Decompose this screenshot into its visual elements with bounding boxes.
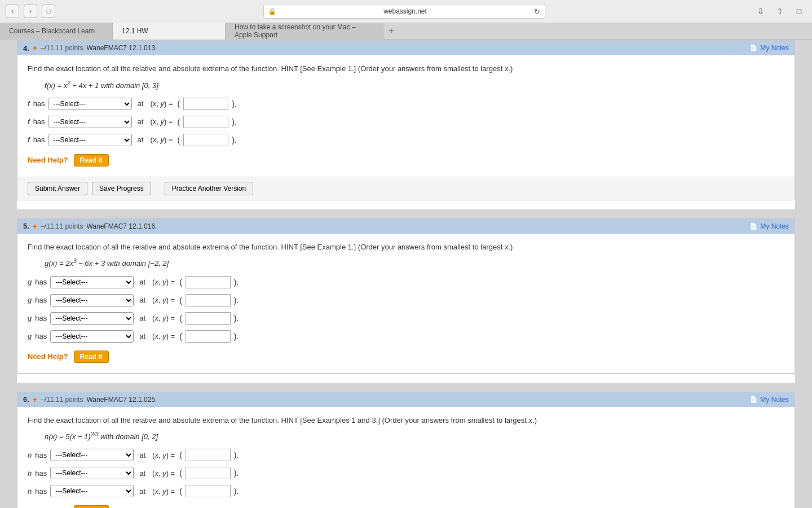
q5-row2-at: at (139, 296, 145, 304)
browser-toolbar: ‹ › □ 🔒 webassign.net ↻ ⇩ ⇧ □ (0, 0, 812, 23)
q6-row2-close: ). (234, 468, 239, 478)
question-4-block: 4. + –/11.11 points WaneFMAC7 12.1.013. … (17, 40, 795, 200)
tab-hw-label: 12.1 HW (122, 27, 148, 35)
tab-overview-button[interactable]: □ (42, 5, 55, 18)
q5-row1-xy: (x, y) = (152, 278, 175, 286)
row3-at: at (138, 135, 144, 144)
q5-row3-input[interactable] (186, 312, 231, 325)
url-bar[interactable]: 🔒 webassign.net ↻ (263, 4, 545, 19)
read-it-6-button[interactable]: Read It (74, 505, 109, 508)
question-5-need-help: Need Help? Read It (28, 351, 784, 363)
tab-apple[interactable]: How to take a screenshot on your Mac – A… (226, 23, 383, 40)
question-6-points: –/11.11 points (41, 396, 83, 404)
q5-row3-xy: (x, y) = (152, 314, 175, 322)
q6-row2-xy: (x, y) = (152, 469, 175, 478)
question-6-function: h(x) = 5(x − 1)2/3 with domain [0, 2] (45, 431, 784, 441)
q5-row1-var: g (28, 278, 32, 286)
question-6-expand[interactable]: + (33, 395, 37, 404)
row1-input[interactable] (183, 98, 228, 110)
row2-at: at (138, 117, 144, 126)
q6-row3-at: at (139, 487, 145, 496)
q5-row1-select[interactable]: ---Select--- a relative maximum a relati… (50, 276, 134, 288)
read-it-4-button[interactable]: Read It (74, 154, 109, 167)
question-4-rows: f has ---Select--- a relative maximum a … (28, 98, 784, 146)
q5-row4-input[interactable] (186, 330, 231, 343)
q5-row4-close: ). (234, 332, 239, 341)
q6-row3-var: h (28, 487, 32, 496)
q6-row2-var: h (28, 469, 32, 478)
row2-xy: (x, y) = (150, 117, 173, 126)
q5-row1-input[interactable] (186, 276, 231, 288)
q5-row3-at: at (139, 314, 145, 322)
q6-row3-close: ). (234, 487, 239, 496)
q6-row1-open: ( (179, 450, 182, 459)
q5-row3-var: g (28, 314, 32, 322)
question-4-row-1: f has ---Select--- a relative maximum a … (28, 98, 784, 110)
q6-row1-select[interactable]: ---Select--- a relative maximum a relati… (50, 449, 134, 461)
question-5-body: Find the exact location of all the relat… (17, 234, 795, 373)
question-5-row-1: g has ---Select--- a relative maximum a … (28, 276, 784, 288)
row3-input[interactable] (183, 134, 228, 146)
fullscreen-button[interactable]: □ (792, 4, 806, 19)
download-button[interactable]: ⇩ (753, 4, 768, 19)
share-button[interactable]: ⇧ (773, 4, 787, 19)
question-6-text: Find the exact location of all the relat… (28, 415, 784, 426)
question-4-expand[interactable]: + (33, 43, 37, 52)
q6-row1-xy: (x, y) = (152, 451, 175, 459)
q6-row2-has: has (35, 469, 47, 478)
practice-4-button[interactable]: Practice Another Version (165, 182, 253, 195)
q5-row4-at: at (139, 332, 145, 340)
q6-row3-open: ( (179, 487, 182, 496)
q6-row3-input[interactable] (186, 485, 231, 497)
forward-button[interactable]: › (24, 5, 37, 18)
question-5-notes[interactable]: 📄 My Notes (749, 222, 789, 230)
q5-row3-open: ( (179, 314, 182, 323)
back-button[interactable]: ‹ (6, 5, 19, 18)
question-6-row-1: h has ---Select--- a relative maximum a … (28, 449, 784, 461)
q5-row2-select[interactable]: ---Select--- a relative maximum a relati… (50, 294, 134, 306)
submit-4-button[interactable]: Submit Answer (28, 182, 87, 195)
notes-6-icon: 📄 (749, 396, 758, 404)
q5-row2-close: ). (234, 296, 239, 305)
read-it-5-button[interactable]: Read It (74, 351, 109, 363)
row3-select[interactable]: ---Select--- a relative maximum a relati… (48, 134, 132, 146)
question-6-notes[interactable]: 📄 My Notes (749, 396, 789, 404)
tab-apple-label: How to take a screenshot on your Mac – A… (235, 23, 374, 39)
question-4-body: Find the exact location of all the relat… (17, 55, 795, 177)
q5-row3-select[interactable]: ---Select--- a relative maximum a relati… (50, 312, 134, 325)
row2-input[interactable] (183, 116, 228, 128)
question-6-need-help: Need Help? Read It (28, 505, 784, 508)
row2-close-paren: ). (232, 117, 237, 126)
question-5-points: –/11.11 points (41, 222, 83, 230)
q5-row2-open: ( (179, 296, 182, 305)
question-6-rows: h has ---Select--- a relative maximum a … (28, 449, 784, 497)
q6-row2-input[interactable] (186, 467, 231, 479)
spacer-1 (17, 209, 795, 218)
question-4-notes[interactable]: 📄 My Notes (749, 44, 789, 52)
row1-select[interactable]: ---Select--- a relative maximum a relati… (48, 98, 132, 110)
row3-has: has (33, 135, 45, 144)
q6-row3-select[interactable]: ---Select--- a relative maximum a relati… (50, 485, 134, 497)
tab-blackboard[interactable]: Courses – Blackboard Learn (0, 23, 113, 40)
q5-row3-close: ). (234, 314, 239, 323)
tab-hw[interactable]: 12.1 HW (113, 23, 226, 40)
question-4-need-help: Need Help? Read It (28, 154, 784, 167)
row1-xy: (x, y) = (150, 99, 173, 108)
question-4-row-2: f has ---Select--- a relative maximum a … (28, 116, 784, 128)
question-5-expand[interactable]: + (33, 222, 37, 231)
need-help-5-label: Need Help? (28, 352, 68, 361)
row2-select[interactable]: ---Select--- a relative maximum a relati… (48, 116, 132, 128)
row1-var: f (28, 99, 30, 108)
q5-row2-xy: (x, y) = (152, 296, 175, 304)
new-tab-button[interactable]: + (383, 23, 399, 39)
q6-row1-var: h (28, 451, 32, 459)
question-4-submit-row: Submit Answer Save Progress Practice Ano… (17, 177, 795, 200)
q5-row2-input[interactable] (186, 294, 231, 306)
q6-row2-select[interactable]: ---Select--- a relative maximum a relati… (50, 467, 134, 479)
reload-button[interactable]: ↻ (534, 7, 540, 16)
q5-row1-at: at (139, 278, 145, 286)
q6-row1-input[interactable] (186, 449, 231, 461)
save-4-button[interactable]: Save Progress (92, 182, 151, 195)
question-4-header-left: 4. + –/11.11 points WaneFMAC7 12.1.013. (23, 43, 157, 52)
q5-row4-select[interactable]: ---Select--- a relative maximum a relati… (50, 330, 134, 343)
